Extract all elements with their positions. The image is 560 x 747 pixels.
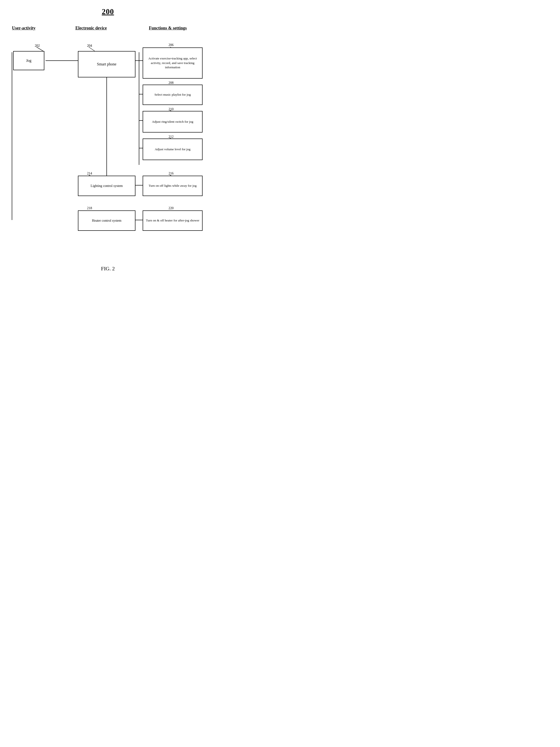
ref-210: 210 xyxy=(169,107,174,111)
heater-box: Heater control system xyxy=(78,210,135,231)
fn216-box: Turn on off lights while away for jog xyxy=(143,176,203,196)
col-header-electronic-device: Electronic device xyxy=(62,26,120,31)
smartphone-box: Smart phone xyxy=(78,51,135,77)
col-header-user-activity: User-activity xyxy=(12,26,50,31)
ref-214: 214 xyxy=(87,172,92,175)
col-header-functions: Functions & settings xyxy=(132,26,204,31)
jog-box: Jog xyxy=(13,51,44,70)
ref-220: 220 xyxy=(169,206,174,210)
ref-208: 208 xyxy=(169,81,174,85)
ref-212: 212 xyxy=(169,135,174,139)
lighting-box: Lighting control system xyxy=(78,176,135,196)
fn208-box: Select music playlist for jog xyxy=(143,85,203,105)
diagram: Jog 202 Smart phone 204 Activate exercis… xyxy=(9,38,206,258)
column-headers: User-activity Electronic device Function… xyxy=(9,26,206,31)
ref-206: 206 xyxy=(169,43,174,47)
fig-label: FIG. 2 xyxy=(9,265,206,272)
page-title: 200 xyxy=(9,7,206,16)
fn220-box: Turn on & off heater for after-jog showe… xyxy=(143,210,203,231)
fn212-box: Adjust volume level for jog xyxy=(143,138,203,160)
ref-218: 218 xyxy=(87,206,92,210)
ref-216: 216 xyxy=(169,172,174,175)
fn206-box: Activate exercise-tracking app, select a… xyxy=(143,48,203,79)
ref-204: 204 xyxy=(87,44,92,48)
ref-202: 202 xyxy=(35,44,40,48)
fn210-box: Adjust ring/silent switch for jog xyxy=(143,111,203,132)
